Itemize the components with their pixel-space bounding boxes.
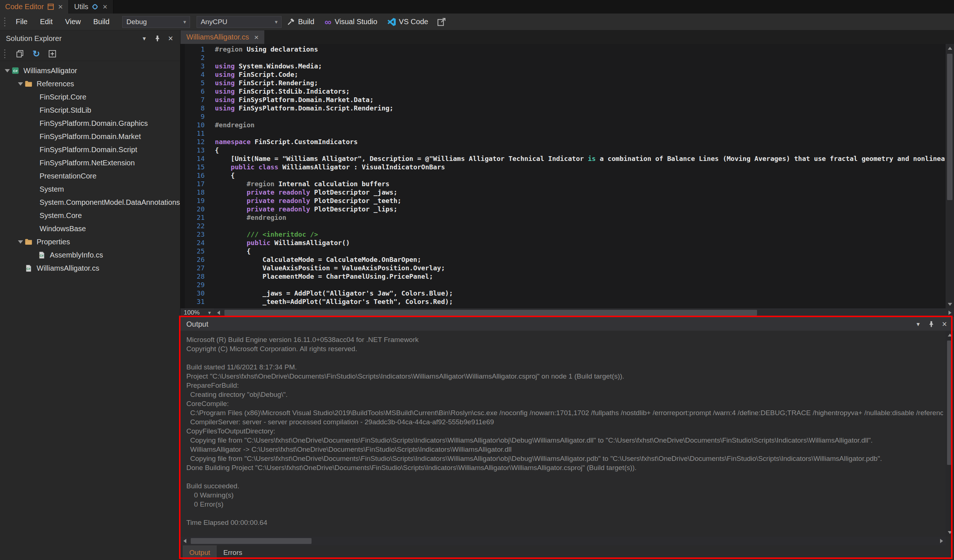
document-tab-williamsalligator-cs[interactable]: WilliamsAlligator.cs × bbox=[181, 30, 264, 44]
pin-icon[interactable] bbox=[925, 318, 938, 330]
menu-item-build[interactable]: Build bbox=[87, 14, 116, 30]
scroll-up-arrow[interactable] bbox=[946, 331, 954, 339]
output-tab-output[interactable]: Output bbox=[183, 545, 217, 560]
code-line[interactable]: { bbox=[215, 146, 945, 155]
window-tab-code-editor[interactable]: Code Editor× bbox=[0, 0, 69, 14]
code-line[interactable]: #endregion bbox=[215, 121, 945, 129]
code-line[interactable] bbox=[215, 129, 945, 138]
open-external-button[interactable] bbox=[433, 14, 449, 30]
expanded-arrow-icon[interactable] bbox=[16, 237, 25, 246]
toolbar-drag-handle[interactable] bbox=[4, 17, 6, 27]
tree-item-finsysplatform-netextension[interactable]: FinSysPlatform.NetExtension bbox=[0, 156, 180, 170]
close-icon[interactable]: × bbox=[102, 3, 108, 11]
code-line[interactable]: public WilliamsAlligator() bbox=[215, 239, 945, 247]
scroll-left-arrow[interactable] bbox=[214, 308, 223, 317]
code-line[interactable]: using FinScript.Code; bbox=[215, 71, 945, 79]
code-line[interactable]: { bbox=[215, 247, 945, 256]
tree-item-finsysplatform-domain-script[interactable]: FinSysPlatform.Domain.Script bbox=[0, 143, 180, 156]
code-line[interactable]: _teeth=AddPlot("Alligator's Teeth", Colo… bbox=[215, 298, 945, 306]
output-vertical-scrollbar[interactable] bbox=[946, 331, 954, 537]
svg-text:C#: C# bbox=[39, 254, 44, 258]
code-line[interactable]: using FinSysPlatform.Domain.Script.Rende… bbox=[215, 104, 945, 113]
expanded-arrow-icon[interactable] bbox=[3, 66, 12, 75]
tree-item-system-core[interactable]: System.Core bbox=[0, 209, 180, 222]
output-tab-errors[interactable]: Errors bbox=[217, 545, 249, 560]
close-icon[interactable]: × bbox=[938, 318, 951, 330]
sync-document-button[interactable] bbox=[15, 48, 26, 59]
tree-item-assemblyinfo-cs[interactable]: C#AssemblyInfo.cs bbox=[0, 248, 180, 261]
tree-item-finscript-core[interactable]: FinScript.Core bbox=[0, 90, 180, 104]
scroll-up-arrow[interactable] bbox=[946, 44, 954, 52]
code-line[interactable]: using FinScript.StdLib.Indicators; bbox=[215, 87, 945, 96]
code-line[interactable]: /// <inheritdoc /> bbox=[215, 230, 945, 239]
vs-code-button[interactable]: VS Code bbox=[383, 14, 433, 30]
expanded-arrow-icon[interactable] bbox=[16, 79, 25, 88]
tree-item-finsysplatform-domain-graphics[interactable]: FinSysPlatform.Domain.Graphics bbox=[0, 117, 180, 130]
tree-item-williamsalligator[interactable]: C#WilliamsAlligator bbox=[0, 64, 180, 77]
tree-item-finscript-stdlib[interactable]: FinScript.StdLib bbox=[0, 104, 180, 117]
tree-item-windowsbase[interactable]: WindowsBase bbox=[0, 222, 180, 235]
code-line[interactable] bbox=[215, 222, 945, 230]
pin-icon[interactable] bbox=[151, 33, 164, 44]
code-line[interactable]: private readonly PlotDescriptor _lips; bbox=[215, 205, 945, 214]
editor-horizontal-scrollbar[interactable] bbox=[214, 308, 954, 317]
menu-item-edit[interactable]: Edit bbox=[34, 14, 59, 30]
output-horizontal-scrollbar[interactable] bbox=[181, 537, 946, 545]
code-line[interactable] bbox=[215, 54, 945, 62]
tree-item-finsysplatform-domain-market[interactable]: FinSysPlatform.Domain.Market bbox=[0, 130, 180, 143]
chevron-down-icon[interactable]: ▾ bbox=[138, 33, 151, 44]
code-line[interactable] bbox=[215, 281, 945, 289]
code-line[interactable] bbox=[215, 113, 945, 121]
code-line[interactable]: CalculateMode = CalculateMode.OnBarOpen; bbox=[215, 256, 945, 264]
build-button[interactable]: Build bbox=[282, 14, 319, 30]
code-line[interactable]: #region Using declarations bbox=[215, 45, 945, 54]
add-item-button[interactable] bbox=[47, 48, 58, 59]
close-icon[interactable]: × bbox=[58, 3, 64, 11]
menu-item-view[interactable]: View bbox=[59, 14, 87, 30]
toolbar-drag-handle[interactable] bbox=[4, 49, 6, 59]
scrollbar-thumb[interactable] bbox=[947, 54, 952, 200]
scroll-right-arrow[interactable] bbox=[937, 537, 946, 545]
code-line[interactable]: PlacementMode = ChartPanelUsing.PricePan… bbox=[215, 272, 945, 281]
code-line[interactable]: using FinScript.Rendering; bbox=[215, 79, 945, 87]
code-line[interactable]: ValueAxisPosition = ValueAxisPosition.Ov… bbox=[215, 264, 945, 272]
tree-item-system[interactable]: System bbox=[0, 182, 180, 196]
scrollbar-thumb[interactable] bbox=[224, 310, 757, 316]
breakpoint-margin[interactable] bbox=[181, 44, 185, 308]
scroll-down-arrow[interactable] bbox=[946, 528, 954, 537]
code-line[interactable]: private readonly PlotDescriptor _teeth; bbox=[215, 197, 945, 205]
code-line[interactable]: public class WilliamsAlligator : VisualI… bbox=[215, 163, 945, 171]
refresh-button[interactable]: ↻ bbox=[31, 48, 42, 59]
scroll-left-arrow[interactable] bbox=[181, 537, 189, 545]
code-line[interactable]: { bbox=[215, 171, 945, 180]
code-line[interactable]: using FinSysPlatform.Domain.Market.Data; bbox=[215, 96, 945, 104]
tree-item-williamsalligator-cs[interactable]: C#WilliamsAlligator.cs bbox=[0, 261, 180, 275]
scrollbar-thumb[interactable] bbox=[191, 538, 312, 544]
menu-item-file[interactable]: File bbox=[9, 14, 34, 30]
code-lines[interactable]: #region Using declarationsusing System.W… bbox=[210, 44, 954, 308]
window-tab-utils[interactable]: Utils× bbox=[69, 0, 114, 14]
code-editor[interactable]: 1234567891011121314151617181920212223242… bbox=[181, 44, 954, 308]
tree-item-system-componentmodel-dataannotations[interactable]: System.ComponentModel.DataAnnotations bbox=[0, 196, 180, 209]
scroll-down-arrow[interactable] bbox=[946, 300, 954, 308]
code-line[interactable]: #endregion bbox=[215, 214, 945, 222]
code-line[interactable]: [Unit(Name = "Williams Alligator", Descr… bbox=[215, 155, 945, 163]
code-line[interactable]: #region Internal calculation buffers bbox=[215, 180, 945, 188]
close-icon[interactable]: × bbox=[254, 33, 259, 42]
code-line[interactable]: _jaws = AddPlot("Alligator's Jaw", Color… bbox=[215, 289, 945, 298]
visual-studio-button[interactable]: ∞ Visual Studio bbox=[320, 14, 383, 30]
scrollbar-thumb[interactable] bbox=[947, 341, 952, 465]
code-line[interactable]: using System.Windows.Media; bbox=[215, 62, 945, 71]
zoom-selector[interactable]: 100% ▾ bbox=[181, 308, 214, 317]
configuration-dropdown[interactable]: Debug ▾ bbox=[122, 16, 190, 28]
tree-item-references[interactable]: References bbox=[0, 77, 180, 90]
close-icon[interactable]: × bbox=[164, 33, 177, 44]
tree-item-properties[interactable]: Properties bbox=[0, 235, 180, 248]
platform-dropdown[interactable]: AnyCPU ▾ bbox=[196, 16, 282, 28]
scroll-right-arrow[interactable] bbox=[946, 308, 954, 317]
code-line[interactable]: namespace FinScript.CustomIndicators bbox=[215, 138, 945, 146]
chevron-down-icon[interactable]: ▾ bbox=[912, 318, 925, 330]
tree-item-presentationcore[interactable]: PresentationCore bbox=[0, 170, 180, 182]
code-line[interactable]: private readonly PlotDescriptor _jaws; bbox=[215, 188, 945, 197]
editor-vertical-scrollbar[interactable] bbox=[946, 44, 954, 308]
